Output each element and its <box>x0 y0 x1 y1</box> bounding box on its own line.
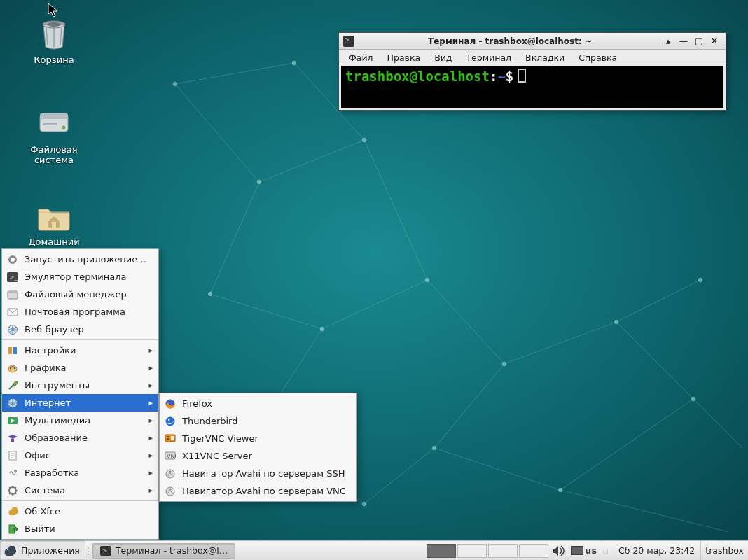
menu-item-label: TigerVNC Viewer <box>182 433 351 444</box>
menu-item-edu[interactable]: Образование▸ <box>2 429 158 447</box>
menu-item-label: Выйти <box>25 524 153 534</box>
menu-tabs[interactable]: Вкладки <box>518 51 572 64</box>
submenu-item-avahi[interactable]: Навигатор Avahi по серверам VNC <box>160 482 356 500</box>
about-icon <box>6 505 19 518</box>
tigervnc-icon <box>164 433 176 445</box>
menu-item-media[interactable]: Мультимедиа▸ <box>2 412 158 429</box>
workspace-3[interactable] <box>488 544 518 558</box>
svg-line-9 <box>504 322 616 364</box>
applications-menu: Запустить приложение…>_Эмулятор терминал… <box>1 248 159 540</box>
submenu-item-tigervnc[interactable]: TigerVNC Viewer <box>160 430 356 447</box>
menu-terminal[interactable]: Терминал <box>459 51 518 64</box>
svg-point-64 <box>9 487 16 494</box>
dev-icon <box>6 467 19 479</box>
workspace-1[interactable] <box>427 544 456 558</box>
workspace-2[interactable] <box>457 544 487 558</box>
menu-item-web[interactable]: Веб-браузер <box>2 321 158 338</box>
svg-rect-53 <box>13 347 17 354</box>
desktop-icon-label: Домашний <box>15 237 92 247</box>
terminal-window[interactable]: Терминал - trashbox@localhost: ~ ▴ — ▢ ✕… <box>338 32 726 111</box>
menu-item-settings[interactable]: Настройки▸ <box>2 342 158 359</box>
menu-item-term[interactable]: >_Эмулятор терминала <box>2 268 158 286</box>
desktop-icon-home[interactable]: Домашний <box>15 197 92 247</box>
edu-icon <box>6 432 19 444</box>
svg-rect-49 <box>8 291 18 293</box>
menu-item-label: X11VNC Server <box>182 451 351 461</box>
menu-file[interactable]: Файл <box>342 51 380 64</box>
menu-item-mail[interactable]: Почтовая программа <box>2 303 158 321</box>
menu-item-dev[interactable]: Разработка▸ <box>2 464 158 482</box>
taskbar-task-terminal[interactable]: >_ Терминал - trashbox@l… <box>92 543 235 559</box>
menu-item-office[interactable]: Офис▸ <box>2 447 158 464</box>
keyboard-flag-icon <box>571 546 583 555</box>
menu-item-label: Firefox <box>182 398 351 409</box>
svg-point-57 <box>14 367 16 369</box>
menu-item-system[interactable]: Система▸ <box>2 482 158 499</box>
menu-item-label: Навигатор Avahi по серверам VNC <box>182 486 351 496</box>
submenu-item-x11vnc[interactable]: VNCX11VNC Server <box>160 447 356 465</box>
web-icon <box>6 323 19 336</box>
svg-point-21 <box>173 82 177 86</box>
office-icon <box>6 449 19 462</box>
menu-item-label: Веб-браузер <box>25 324 153 335</box>
home-folder-icon <box>34 197 74 234</box>
prompt-user: trashbox <box>345 69 410 84</box>
volume-icon[interactable] <box>553 545 565 556</box>
menu-item-run[interactable]: Запустить приложение… <box>2 251 158 268</box>
menu-edit[interactable]: Правка <box>380 51 428 64</box>
avahi-icon <box>164 485 176 498</box>
workspace-4[interactable] <box>519 544 548 558</box>
menu-item-label: Навигатор Avahi по серверам SSH <box>182 468 351 479</box>
workspace-pager[interactable] <box>427 544 548 558</box>
graphics-icon <box>6 362 19 374</box>
svg-point-38 <box>47 22 61 27</box>
menu-item-internet[interactable]: Интернет▸ <box>2 394 158 412</box>
submenu-arrow-icon: ▸ <box>148 346 153 355</box>
menu-item-files[interactable]: Файловый менеджер <box>2 286 158 303</box>
clock[interactable]: Сб 20 мар, 23:42 <box>613 545 700 556</box>
submenu-internet: FirefoxThunderbirdTigerVNC ViewerVNCX11V… <box>159 393 357 502</box>
desktop-icon-trash[interactable]: Корзина <box>15 15 92 65</box>
svg-line-18 <box>364 140 427 280</box>
desktop-icon-label: Корзина <box>15 55 92 65</box>
menu-help[interactable]: Справка <box>572 51 624 64</box>
svg-line-14 <box>616 280 700 322</box>
desktop-icon-label: Файловая система <box>15 144 92 165</box>
minimize-button[interactable]: — <box>677 36 691 47</box>
user-button[interactable]: trashbox <box>700 541 748 560</box>
task-label: Терминал - trashbox@l… <box>116 545 228 556</box>
desktop[interactable]: Корзина Файловая система Домашний <box>0 0 748 560</box>
taskbar-grip[interactable] <box>85 541 91 560</box>
svg-point-26 <box>320 327 324 331</box>
menu-item-logout[interactable]: Выйти <box>2 520 158 538</box>
svg-point-63 <box>14 470 17 472</box>
submenu-arrow-icon: ▸ <box>148 486 153 495</box>
submenu-item-firefox[interactable]: Firefox <box>160 395 356 412</box>
titlebar[interactable]: Терминал - trashbox@localhost: ~ ▴ — ▢ ✕ <box>339 33 726 50</box>
svg-line-10 <box>616 322 693 399</box>
terminal-body[interactable]: trashbox@localhost:~$ <box>341 66 723 108</box>
menu-item-about[interactable]: Об Xfce <box>2 503 158 520</box>
menu-item-graphics[interactable]: Графика▸ <box>2 359 158 377</box>
menu-item-label: Интернет <box>25 398 148 408</box>
menu-view[interactable]: Вид <box>427 51 459 64</box>
submenu-item-avahi[interactable]: Навигатор Avahi по серверам SSH <box>160 465 356 482</box>
applications-button[interactable]: Приложения <box>0 541 85 560</box>
maximize-button[interactable]: ▢ <box>692 36 706 47</box>
svg-point-58 <box>14 382 17 384</box>
terminal-cursor <box>518 69 526 83</box>
menu-item-tools[interactable]: Инструменты▸ <box>2 377 158 394</box>
desktop-icon-filesystem[interactable]: Файловая система <box>15 105 92 165</box>
submenu-item-thunderbird[interactable]: Thunderbird <box>160 412 356 430</box>
svg-point-23 <box>362 138 366 142</box>
files-icon <box>6 288 19 301</box>
close-button[interactable]: ✕ <box>707 36 721 47</box>
svg-point-22 <box>292 61 296 65</box>
menu-item-label: Система <box>25 485 148 496</box>
rollup-button[interactable]: ▴ <box>661 36 675 47</box>
svg-point-56 <box>12 365 14 368</box>
keyboard-layout-indicator[interactable]: us <box>571 545 597 556</box>
svg-point-30 <box>691 397 695 401</box>
menu-item-label: Об Xfce <box>25 506 153 517</box>
thunderbird-icon <box>164 415 176 428</box>
